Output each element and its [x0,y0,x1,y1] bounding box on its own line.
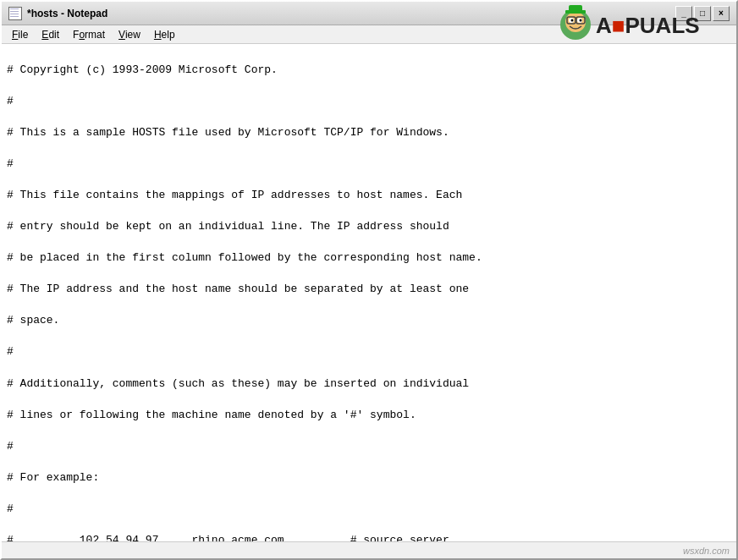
editor-line: # [7,94,731,110]
watermark: wsxdn.com [683,546,730,556]
menu-file[interactable]: File [5,27,35,42]
editor-line: # For example: [7,470,731,486]
appuals-logo-svg: A■PUALS [559,3,728,46]
editor-line: # Copyright (c) 1993-2009 Microsoft Corp… [7,63,731,79]
editor-line: # 102.54.94.97 rhino.acme.com # source s… [7,533,731,541]
notepad-icon [8,7,22,20]
menu-help[interactable]: Help [147,27,182,42]
editor-line: # lines or following the machine name de… [7,408,731,424]
editor-line: # [7,439,731,455]
editor-line: # be placed in the first column followed… [7,250,731,266]
editor-line: # This is a sample HOSTS file used by Mi… [7,125,731,141]
editor-line: # [7,156,731,173]
svg-point-4 [571,19,574,22]
editor-area[interactable]: # Copyright (c) 1993-2009 Microsoft Corp… [2,44,736,541]
window-title: *hosts - Notepad [27,8,107,19]
notepad-window: *hosts - Notepad [0,0,738,560]
menu-edit[interactable]: Edit [35,27,66,42]
editor-line: # Additionally, comments (such as these)… [7,376,731,393]
menu-format[interactable]: Format [66,27,112,42]
editor-line: # [7,502,731,518]
title-bar-left: *hosts - Notepad [8,7,107,20]
editor-line: # This file contains the mappings of IP … [7,188,731,204]
svg-rect-10 [569,5,582,12]
status-bar: wsxdn.com [2,541,736,558]
svg-point-5 [580,19,582,22]
menu-view[interactable]: View [112,27,147,42]
svg-text:A■PUALS: A■PUALS [596,13,700,38]
editor-line: # space. [7,313,731,329]
title-bar: *hosts - Notepad [2,2,736,25]
editor-line: # [7,344,731,360]
editor-line: # The IP address and the host name shoul… [7,282,731,298]
editor-line: # entry should be kept on an individual … [7,219,731,235]
